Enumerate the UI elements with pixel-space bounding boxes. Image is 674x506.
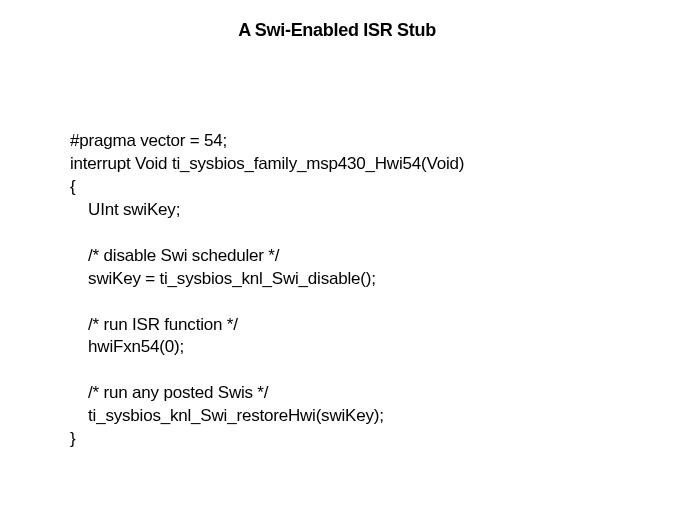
code-line: /* disable Swi scheduler */ <box>70 246 279 265</box>
code-line: { <box>70 177 75 196</box>
code-line: swiKey = ti_sysbios_knl_Swi_disable(); <box>70 269 376 288</box>
code-line: /* run any posted Swis */ <box>70 383 268 402</box>
code-line: interrupt Void ti_sysbios_family_msp430_… <box>70 154 464 173</box>
code-line: /* run ISR function */ <box>70 315 238 334</box>
code-line: ti_sysbios_knl_Swi_restoreHwi(swiKey); <box>70 406 384 425</box>
slide-title: A Swi-Enabled ISR Stub <box>0 0 674 41</box>
code-line: UInt swiKey; <box>70 200 180 219</box>
code-block: #pragma vector = 54; interrupt Void ti_s… <box>70 130 464 451</box>
code-line: hwiFxn54(0); <box>70 337 184 356</box>
code-line: } <box>70 429 75 448</box>
code-line: #pragma vector = 54; <box>70 131 227 150</box>
